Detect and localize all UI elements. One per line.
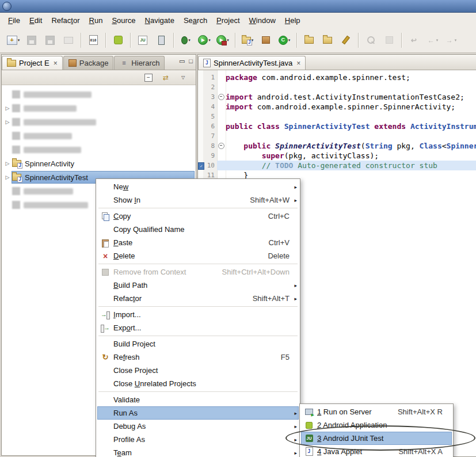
context-menu-item-close-project[interactable]: Close Project [97, 364, 299, 377]
avd-manager-button[interactable] [153, 32, 170, 48]
context-menu-item-profile-as[interactable]: Profile As▸ [97, 433, 299, 446]
context-menu-item-paste[interactable]: PasteCtrl+V [97, 236, 299, 249]
menu-search[interactable]: Search [179, 14, 212, 26]
menu-run[interactable]: Run [85, 14, 108, 26]
android-sdk-manager-button[interactable] [109, 32, 127, 48]
context-menu-item-run-as[interactable]: Run As▸ [97, 406, 299, 420]
tab-project-explorer[interactable]: Project E × [2, 56, 63, 70]
editor-tab-spinneractivitytest-java[interactable]: J SpinnerActivityTest.java × [198, 56, 306, 70]
new-java-project-button[interactable]: J▾ [239, 32, 256, 48]
search-icon [367, 36, 375, 44]
debug-button-dropdown[interactable]: ▾ [188, 38, 191, 42]
menu-project[interactable]: Project [212, 14, 244, 26]
menu-refactor[interactable]: Refactor [47, 14, 84, 26]
tab-package-explorer[interactable]: Package [63, 56, 114, 70]
editor-mark-button[interactable] [337, 32, 355, 48]
menu-navigate[interactable]: Navigate [140, 14, 179, 26]
link-with-editor-button[interactable]: ⇄ [160, 72, 172, 83]
run-button[interactable]: ▶▾ [196, 32, 213, 48]
submenu-arrow-icon: ▸ [290, 424, 297, 429]
run-icon: ▶ [198, 35, 208, 45]
context-menu-item-build-path[interactable]: Build Path▸ [97, 279, 299, 292]
tree-item-label: SpinnerActivityTest [25, 173, 88, 182]
context-menu-item-show-in[interactable]: Show InShift+Alt+W▸ [97, 193, 299, 207]
debug-icon [181, 36, 188, 44]
external-tools-button[interactable]: ▶▾ [214, 32, 231, 48]
run-as-item-3-android-junit-test[interactable]: JU3 Android JUnit Test [301, 432, 452, 445]
context-menu-item-refresh[interactable]: ↻RefreshF5 [97, 351, 299, 364]
expand-arrow-icon[interactable]: ▷ [3, 161, 12, 166]
tree-item-blurred[interactable] [2, 87, 196, 101]
pencil-icon [342, 36, 350, 45]
tree-item-spinneractivity[interactable]: ▷JSpinnerActivity [2, 157, 196, 170]
tree-item-blurred[interactable] [2, 143, 196, 157]
tree-item-blurred[interactable]: ▷ [2, 115, 196, 129]
expand-arrow-icon[interactable]: ▷ [3, 174, 12, 180]
debug-button[interactable]: ▾ [177, 32, 195, 48]
submenu-arrow-icon: ▸ [290, 450, 297, 456]
folder-icon [323, 37, 332, 44]
context-menu-item-refactor[interactable]: RefactorShift+Alt+T▸ [97, 292, 299, 305]
title-bar [0, 0, 476, 13]
new-wizard-icon: + [7, 36, 17, 45]
menu-window[interactable]: Window [245, 14, 280, 26]
tree-item-label: SpinnerActivity [25, 159, 74, 168]
code-line-5: 5 [198, 112, 476, 121]
run-as-item-1-run-on-server[interactable]: 1 Run on ServerShift+Alt+X R [301, 405, 452, 418]
external-tools-button-dropdown[interactable]: ▾ [227, 38, 229, 42]
tab-hierarchy[interactable]: ≡ Hierarch [114, 56, 165, 70]
run-button-dropdown[interactable]: ▾ [208, 38, 211, 42]
minimize-view-button[interactable]: ▭ [179, 58, 185, 65]
context-menu-item-delete[interactable]: ×DeleteDelete [97, 249, 299, 262]
expand-arrow-icon[interactable]: ▷ [3, 105, 12, 111]
package-icon [68, 59, 77, 67]
toolbar-separator [358, 33, 359, 48]
binary-xml-editor-button[interactable]: 010 [85, 32, 102, 48]
context-menu-item-copy[interactable]: CopyCtrl+C [97, 210, 299, 223]
context-menu-item-close-unrelated-projects[interactable]: Close Unrelated Projects [97, 377, 299, 390]
view-menu-icon: ▽ [178, 73, 188, 82]
context-menu-item-team[interactable]: Team▸ [97, 446, 299, 457]
tree-item-blurred[interactable] [2, 129, 196, 143]
close-icon[interactable]: × [54, 59, 58, 67]
close-icon[interactable]: × [296, 59, 300, 67]
context-menu-item-debug-as[interactable]: Debug As▸ [97, 420, 299, 433]
print-button [60, 32, 77, 48]
task-marker-icon: ✓ [198, 162, 204, 170]
new-wizard-button[interactable]: +▾ [5, 32, 22, 48]
menu-edit[interactable]: Edit [25, 14, 47, 26]
save-icon [27, 36, 36, 45]
new-class-button-dropdown[interactable]: ▾ [288, 38, 291, 42]
new-junit-test-button[interactable]: JU [134, 32, 151, 48]
context-menu-item-new[interactable]: New▸ [97, 180, 299, 193]
tree-item-blurred[interactable]: ▷ [2, 101, 196, 115]
menu-help[interactable]: Help [280, 14, 305, 26]
run-as-item-4-java-applet[interactable]: J4 Java AppletShift+Alt+X A [301, 445, 452, 457]
junit-icon: JU [138, 36, 147, 45]
new-wizard-button-dropdown[interactable]: ▾ [18, 38, 20, 42]
expand-arrow-icon[interactable]: ▷ [3, 119, 12, 125]
context-menu-item-build-project[interactable]: Build Project [97, 337, 299, 351]
fold-marker-icon[interactable] [218, 94, 224, 100]
view-menu-button[interactable]: ▽ [177, 72, 189, 83]
toolbar-separator [235, 33, 235, 48]
open-task-button[interactable] [300, 32, 318, 48]
context-menu-item-import[interactable]: →Import... [97, 308, 299, 321]
toolbar-separator [173, 33, 174, 48]
run-as-submenu: 1 Run on ServerShift+Alt+X R2 Android Ap… [299, 403, 454, 457]
open-resource-button[interactable] [319, 32, 336, 48]
fold-marker-icon[interactable] [218, 143, 224, 149]
context-menu-item-validate[interactable]: Validate [97, 393, 299, 406]
new-class-button[interactable]: C▾ [276, 32, 293, 48]
maximize-view-button[interactable]: □ [189, 58, 193, 65]
editor-tab-row: J SpinnerActivityTest.java × [198, 55, 476, 70]
menu-source[interactable]: Source [107, 14, 140, 26]
collapse-all-button[interactable]: − [143, 72, 154, 83]
new-package-button[interactable] [257, 32, 275, 48]
run-as-item-2-android-application[interactable]: 2 Android Application [301, 418, 452, 432]
context-menu-item-copy-qualified-name[interactable]: Copy Qualified Name [97, 223, 299, 236]
package-icon [262, 36, 270, 44]
context-menu-item-export[interactable]: →Export... [97, 321, 299, 334]
accelerator-label: Shift+Alt+X R [387, 408, 443, 416]
menu-file[interactable]: File [3, 14, 25, 26]
